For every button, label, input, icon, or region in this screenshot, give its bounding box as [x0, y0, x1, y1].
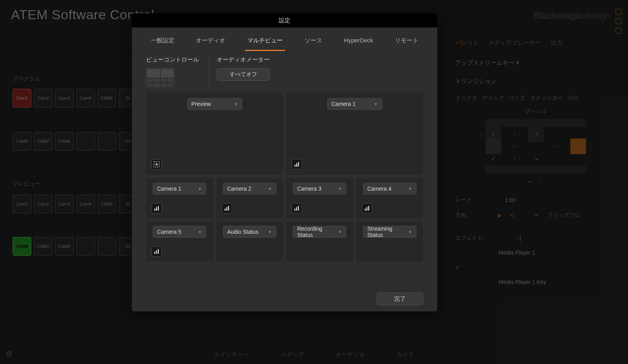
- multiview-cell: Camera 4▼: [356, 178, 424, 218]
- multiview-cell: Camera 5▼: [146, 221, 213, 261]
- safe-area-icon[interactable]: [152, 159, 162, 169]
- view-control-label: ビューコントロール: [146, 56, 199, 64]
- vu-meter-icon[interactable]: [152, 246, 162, 257]
- svg-rect-16: [366, 207, 367, 211]
- modal-tab[interactable]: 一般設定: [148, 34, 177, 51]
- modal-tabs: 一般設定オーディオマルチビューソースHyperDeckリモート: [132, 27, 437, 51]
- svg-rect-13: [296, 207, 298, 211]
- multiview-cell: Camera 2▼: [216, 178, 283, 218]
- svg-rect-6: [154, 209, 155, 211]
- modal-title: 設定: [132, 13, 437, 27]
- all-off-button[interactable]: すべてオフ: [217, 68, 270, 81]
- svg-rect-4: [296, 163, 298, 167]
- vu-meter-icon[interactable]: [222, 203, 232, 213]
- source-dropdown[interactable]: Preview▼: [187, 98, 242, 110]
- modal-tab[interactable]: リモート: [392, 34, 421, 51]
- source-dropdown[interactable]: Camera 1▼: [153, 183, 206, 195]
- vu-meter-icon[interactable]: [362, 203, 372, 213]
- multiview-cell: Camera 3▼: [286, 178, 353, 218]
- svg-rect-3: [294, 165, 296, 167]
- multiview-cell: Streaming Status▼: [356, 221, 424, 261]
- settings-modal: 設定 一般設定オーディオマルチビューソースHyperDeckリモート ビューコン…: [132, 13, 437, 311]
- modal-tab[interactable]: マルチビュー: [245, 34, 285, 51]
- svg-rect-20: [158, 249, 159, 254]
- svg-rect-7: [156, 207, 157, 211]
- modal-tab[interactable]: HyperDeck: [341, 34, 375, 51]
- source-dropdown[interactable]: Streaming Status▼: [363, 226, 416, 238]
- source-dropdown[interactable]: Camera 4▼: [363, 183, 416, 195]
- modal-tab[interactable]: オーディオ: [194, 34, 228, 51]
- svg-rect-17: [368, 206, 369, 211]
- svg-rect-18: [154, 252, 155, 254]
- source-dropdown[interactable]: Camera 2▼: [223, 183, 276, 195]
- vu-meter-icon[interactable]: [292, 203, 302, 213]
- vu-meter-icon[interactable]: [152, 203, 162, 213]
- svg-rect-14: [298, 206, 299, 211]
- vu-meter-icon[interactable]: [292, 159, 302, 169]
- multiview-cell: Preview▼: [146, 93, 283, 175]
- svg-rect-11: [228, 206, 229, 211]
- svg-rect-12: [294, 209, 296, 211]
- done-button[interactable]: 完了: [377, 293, 423, 305]
- multiview-cell: Audio Status▼: [216, 221, 283, 261]
- svg-rect-5: [298, 162, 299, 167]
- source-dropdown[interactable]: Camera 3▼: [293, 183, 346, 195]
- source-dropdown[interactable]: Camera 1▼: [327, 98, 382, 110]
- source-dropdown[interactable]: Audio Status▼: [223, 226, 276, 238]
- svg-rect-10: [226, 207, 227, 211]
- audio-meter-label: オーディオメーター: [217, 56, 270, 64]
- svg-rect-8: [158, 206, 159, 211]
- multiview-cell: Camera 1▼: [146, 178, 213, 218]
- svg-rect-15: [365, 209, 366, 211]
- multiview-layout-button[interactable]: [146, 68, 174, 86]
- multiview-cell: Camera 1▼: [286, 93, 423, 175]
- modal-tab[interactable]: ソース: [302, 34, 325, 51]
- multiview-cell: Recording Status▼: [286, 221, 353, 261]
- source-dropdown[interactable]: Camera 5▼: [153, 226, 206, 238]
- svg-rect-19: [156, 250, 157, 254]
- svg-rect-9: [225, 209, 226, 211]
- source-dropdown[interactable]: Recording Status▼: [293, 226, 346, 238]
